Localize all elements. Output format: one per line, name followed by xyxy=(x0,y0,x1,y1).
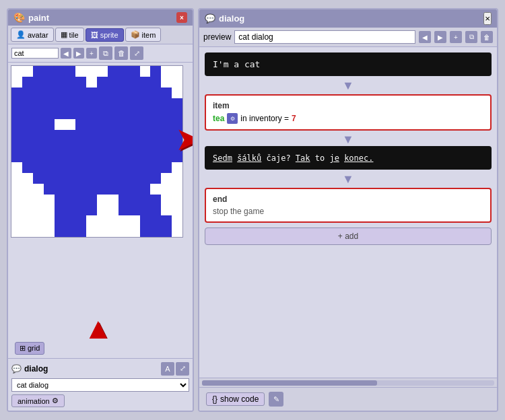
pixel-cell[interactable] xyxy=(108,141,119,151)
pixel-cell[interactable] xyxy=(129,130,140,141)
pixel-cell[interactable] xyxy=(150,226,161,237)
pixel-cell[interactable] xyxy=(65,173,75,184)
pixel-cell[interactable] xyxy=(97,66,108,77)
pixel-cell[interactable] xyxy=(140,141,151,151)
pixel-cell[interactable] xyxy=(75,184,86,195)
speech-block-1[interactable]: I'm a cat xyxy=(205,53,492,76)
pixel-cell[interactable] xyxy=(172,195,182,205)
pixel-cell[interactable] xyxy=(150,77,161,88)
pixel-cell[interactable] xyxy=(22,215,33,226)
pixel-cell[interactable] xyxy=(44,109,55,120)
pixel-cell[interactable] xyxy=(75,119,86,130)
pixel-cell[interactable] xyxy=(129,184,140,195)
pixel-cell[interactable] xyxy=(140,162,151,173)
pixel-cell[interactable] xyxy=(172,66,182,77)
pixel-cell[interactable] xyxy=(22,88,33,98)
dialog-select[interactable]: cat dialog xyxy=(11,378,189,392)
pixel-cell[interactable] xyxy=(22,151,33,162)
pixel-cell[interactable] xyxy=(11,98,22,109)
pixel-cell[interactable] xyxy=(55,66,65,77)
pixel-cell[interactable] xyxy=(129,141,140,151)
pixel-cell[interactable] xyxy=(22,98,33,109)
pixel-cell[interactable] xyxy=(119,109,129,120)
pixel-cell[interactable] xyxy=(86,141,97,151)
pixel-cell[interactable] xyxy=(129,119,140,130)
pixel-cell[interactable] xyxy=(161,66,172,77)
pixel-cell[interactable] xyxy=(75,162,86,173)
pixel-cell[interactable] xyxy=(11,77,22,88)
pixel-cell[interactable] xyxy=(65,77,75,88)
pixel-cell[interactable] xyxy=(119,162,129,173)
pixel-cell[interactable] xyxy=(150,119,161,130)
pixel-cell[interactable] xyxy=(119,130,129,141)
pixel-cell[interactable] xyxy=(11,141,22,151)
pixel-cell[interactable] xyxy=(86,66,97,77)
pixel-cell[interactable] xyxy=(97,119,108,130)
grid-button[interactable]: ⊞ grid xyxy=(15,342,44,355)
pixel-cell[interactable] xyxy=(97,151,108,162)
pixel-cell[interactable] xyxy=(97,130,108,141)
pixel-cell[interactable] xyxy=(55,77,65,88)
pixel-cell[interactable] xyxy=(108,215,119,226)
pixel-cell[interactable] xyxy=(172,88,182,98)
dialog-text-icon-button[interactable]: A xyxy=(161,362,174,376)
pixel-cell[interactable] xyxy=(129,162,140,173)
pixel-cell[interactable] xyxy=(119,141,129,151)
pixel-cell[interactable] xyxy=(65,162,75,173)
pixel-cell[interactable] xyxy=(150,162,161,173)
pixel-cell[interactable] xyxy=(33,184,44,195)
pixel-cell[interactable] xyxy=(140,226,151,237)
pixel-cell[interactable] xyxy=(75,66,86,77)
pixel-cell[interactable] xyxy=(161,119,172,130)
pixel-cell[interactable] xyxy=(140,205,151,215)
pixel-cell[interactable] xyxy=(119,151,129,162)
pixel-cell[interactable] xyxy=(150,151,161,162)
pixel-cell[interactable] xyxy=(55,130,65,141)
pixel-cell[interactable] xyxy=(97,88,108,98)
pixel-cell[interactable] xyxy=(55,119,65,130)
pixel-cell[interactable] xyxy=(119,173,129,184)
pixel-cell[interactable] xyxy=(161,109,172,120)
dialog-resize-button[interactable]: ⤢ xyxy=(176,362,189,376)
pixel-cell[interactable] xyxy=(33,173,44,184)
pixel-cell[interactable] xyxy=(140,215,151,226)
pixel-cell[interactable] xyxy=(11,195,22,205)
pixel-cell[interactable] xyxy=(75,195,86,205)
pixel-cell[interactable] xyxy=(172,162,182,173)
pixel-cell[interactable] xyxy=(33,77,44,88)
pixel-cell[interactable] xyxy=(129,98,140,109)
pixel-cell[interactable] xyxy=(129,151,140,162)
pixel-cell[interactable] xyxy=(44,173,55,184)
pixel-cell[interactable] xyxy=(44,141,55,151)
pixel-cell[interactable] xyxy=(172,77,182,88)
pixel-cell[interactable] xyxy=(119,184,129,195)
pixel-cell[interactable] xyxy=(65,130,75,141)
pixel-cell[interactable] xyxy=(86,88,97,98)
pixel-cell[interactable] xyxy=(97,109,108,120)
pixel-cell[interactable] xyxy=(65,109,75,120)
pixel-cell[interactable] xyxy=(161,184,172,195)
pixel-cell[interactable] xyxy=(22,173,33,184)
pixel-cell[interactable] xyxy=(65,215,75,226)
show-code-button[interactable]: {} show code xyxy=(206,392,265,406)
pixel-cell[interactable] xyxy=(86,205,97,215)
pixel-cell[interactable] xyxy=(33,130,44,141)
item-condition-block[interactable]: item tea ⚙ in inventory = 7 xyxy=(205,94,492,131)
pixel-cell[interactable] xyxy=(97,98,108,109)
pixel-cell[interactable] xyxy=(75,226,86,237)
pixel-cell[interactable] xyxy=(172,215,182,226)
pixel-cell[interactable] xyxy=(75,98,86,109)
pixel-cell[interactable] xyxy=(172,109,182,120)
pixel-cell[interactable] xyxy=(140,88,151,98)
end-block[interactable]: end stop the game xyxy=(205,188,492,223)
tab-tile[interactable]: ▦ tile xyxy=(55,28,84,42)
pixel-cell[interactable] xyxy=(140,119,151,130)
pixel-cell[interactable] xyxy=(33,215,44,226)
pixel-cell[interactable] xyxy=(150,130,161,141)
pixel-cell[interactable] xyxy=(55,173,65,184)
pixel-cell[interactable] xyxy=(129,226,140,237)
pixel-cell[interactable] xyxy=(97,173,108,184)
pixel-cell[interactable] xyxy=(65,195,75,205)
pixel-cell[interactable] xyxy=(86,184,97,195)
pixel-cell[interactable] xyxy=(129,77,140,88)
